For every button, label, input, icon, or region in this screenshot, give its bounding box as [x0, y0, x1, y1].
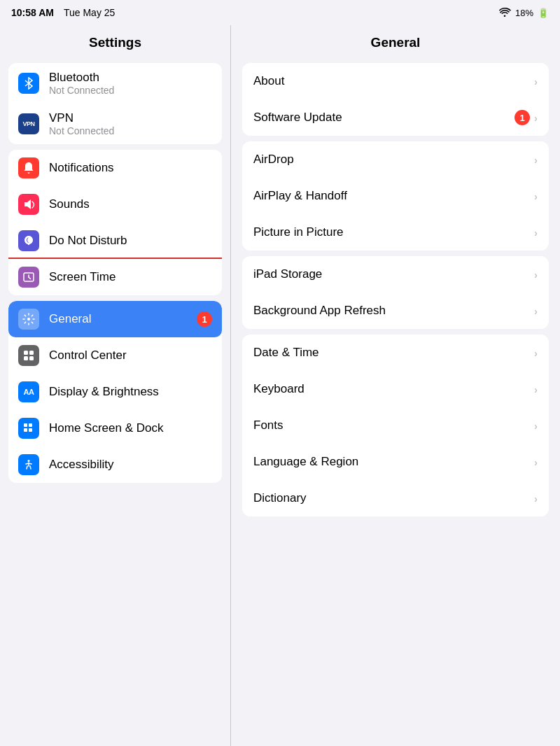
svg-rect-7	[24, 351, 28, 355]
ipad-storage-chevron: ›	[534, 269, 538, 281]
content-item-background-app-refresh[interactable]: Background App Refresh ›	[242, 293, 549, 329]
content-title: General	[231, 25, 560, 57]
general-label: General	[49, 312, 194, 326]
sidebar-item-vpn[interactable]: VPN VPN Not Connected	[8, 104, 222, 144]
vpn-sublabel: Not Connected	[49, 125, 212, 136]
general-icon	[18, 309, 39, 330]
pip-chevron: ›	[534, 227, 538, 239]
fonts-chevron: ›	[534, 420, 538, 432]
keyboard-chevron: ›	[534, 383, 538, 395]
airplay-handoff-chevron: ›	[534, 190, 538, 202]
status-bar: 10:58 AM Tue May 25 18% 🔋	[0, 0, 560, 25]
svg-rect-14	[29, 428, 32, 432]
status-time: 10:58 AM	[11, 7, 54, 18]
content-item-fonts[interactable]: Fonts ›	[242, 407, 549, 444]
content-item-ipad-storage[interactable]: iPad Storage ›	[242, 256, 549, 293]
svg-point-6	[27, 318, 30, 321]
sidebar-item-home-screen[interactable]: Home Screen & Dock	[8, 410, 222, 446]
screentime-icon	[18, 267, 39, 288]
sidebar: Settings Bluetooth Not Connected VPN	[0, 25, 231, 746]
general-badge: 1	[197, 311, 212, 327]
keyboard-label: Keyboard	[253, 382, 534, 396]
controlcenter-icon	[18, 345, 39, 366]
content-item-about[interactable]: About ›	[242, 63, 549, 99]
pip-label: Picture in Picture	[253, 225, 534, 239]
content-item-software-update[interactable]: Software Update 1 ›	[242, 99, 549, 136]
sidebar-item-sounds[interactable]: Sounds	[8, 186, 222, 223]
sidebar-title: Settings	[0, 25, 230, 57]
sounds-label: Sounds	[49, 197, 212, 211]
software-update-label: Software Update	[253, 111, 512, 125]
svg-rect-9	[24, 356, 28, 360]
content-area: General About › Software Update 1 › AirD…	[231, 25, 560, 746]
dictionary-label: Dictionary	[253, 491, 534, 505]
ipad-storage-label: iPad Storage	[253, 267, 534, 281]
bluetooth-sublabel: Not Connected	[49, 85, 212, 96]
sidebar-item-accessibility[interactable]: Accessibility	[8, 446, 222, 483]
sidebar-item-display-brightness[interactable]: AA Display & Brightness	[8, 374, 222, 410]
screentime-label: Screen Time	[49, 270, 212, 284]
about-chevron: ›	[534, 76, 538, 87]
content-item-date-time[interactable]: Date & Time ›	[242, 335, 549, 371]
fonts-label: Fonts	[253, 418, 534, 432]
bluetooth-icon	[18, 73, 39, 94]
sidebar-item-control-center[interactable]: Control Center	[8, 337, 222, 374]
airdrop-label: AirDrop	[253, 153, 534, 167]
svg-line-5	[29, 277, 31, 279]
content-item-airdrop[interactable]: AirDrop ›	[242, 141, 549, 178]
vpn-icon: VPN	[18, 113, 39, 134]
sounds-icon	[18, 194, 39, 215]
sidebar-item-screen-time[interactable]: Screen Time	[8, 259, 222, 295]
svg-rect-8	[29, 351, 34, 355]
svg-rect-12	[29, 423, 32, 427]
content-item-dictionary[interactable]: Dictionary ›	[242, 480, 549, 516]
content-item-airplay-handoff[interactable]: AirPlay & Handoff ›	[242, 178, 549, 214]
background-refresh-label: Background App Refresh	[253, 304, 534, 318]
accessibility-icon	[18, 454, 39, 475]
language-region-chevron: ›	[534, 456, 538, 468]
display-icon: AA	[18, 381, 39, 402]
notifications-label: Notifications	[49, 161, 212, 175]
sidebar-item-notifications[interactable]: Notifications	[8, 150, 222, 186]
dnd-icon	[18, 230, 39, 251]
notifications-icon	[18, 157, 39, 178]
homescreen-icon	[18, 418, 39, 439]
content-group-airdrop: AirDrop › AirPlay & Handoff › Picture in…	[242, 141, 549, 251]
wifi-icon	[498, 7, 511, 19]
dnd-label: Do Not Disturb	[49, 234, 212, 248]
display-label: Display & Brightness	[49, 385, 212, 399]
svg-marker-2	[24, 199, 31, 209]
content-item-keyboard[interactable]: Keyboard ›	[242, 371, 549, 407]
airdrop-chevron: ›	[534, 154, 538, 166]
sidebar-item-general[interactable]: General 1	[8, 301, 222, 337]
content-item-picture-in-picture[interactable]: Picture in Picture ›	[242, 214, 549, 251]
date-time-chevron: ›	[534, 347, 538, 359]
software-update-badge: 1	[514, 110, 530, 125]
status-icons: 18% 🔋	[498, 7, 549, 19]
background-refresh-chevron: ›	[534, 305, 538, 317]
sidebar-item-bluetooth[interactable]: Bluetooth Not Connected	[8, 63, 222, 104]
accessibility-label: Accessibility	[49, 458, 212, 472]
svg-point-15	[28, 460, 30, 462]
svg-rect-10	[29, 356, 34, 360]
svg-rect-11	[24, 423, 27, 427]
settings-group-notifications: Notifications Sounds Do	[8, 150, 222, 295]
vpn-label: VPN	[49, 111, 74, 125]
content-group-datetime: Date & Time › Keyboard › Fonts › Languag…	[242, 335, 549, 516]
main-container: Settings Bluetooth Not Connected VPN	[0, 25, 560, 746]
date-time-label: Date & Time	[253, 346, 534, 360]
svg-rect-13	[24, 428, 27, 432]
battery-text: 18%	[515, 8, 533, 18]
content-item-language-region[interactable]: Language & Region ›	[242, 444, 549, 480]
about-label: About	[253, 74, 534, 88]
airplay-handoff-label: AirPlay & Handoff	[253, 189, 534, 203]
settings-group-connectivity: Bluetooth Not Connected VPN VPN Not Conn…	[8, 63, 222, 144]
status-date: Tue May 25	[64, 7, 115, 18]
content-group-about: About › Software Update 1 ›	[242, 63, 549, 136]
software-update-chevron: ›	[534, 112, 538, 124]
dictionary-chevron: ›	[534, 493, 538, 505]
content-group-storage: iPad Storage › Background App Refresh ›	[242, 256, 549, 329]
battery-icon: 🔋	[538, 8, 549, 18]
settings-group-general: General 1 Control Center AA Display & Br…	[8, 301, 222, 483]
sidebar-item-do-not-disturb[interactable]: Do Not Disturb	[8, 223, 222, 259]
